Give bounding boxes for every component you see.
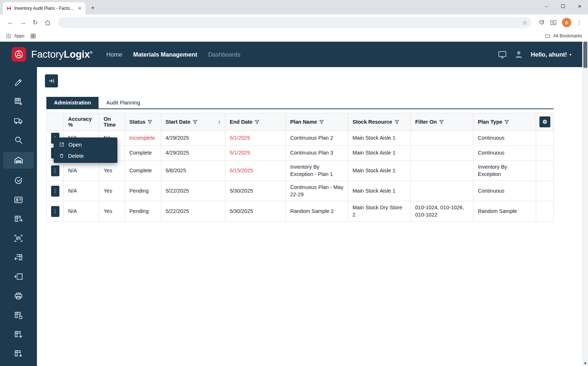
tab-close-icon[interactable]: ✕	[77, 5, 83, 11]
tab-administration[interactable]: Administration	[46, 97, 99, 108]
filter-funnel-icon[interactable]	[319, 120, 324, 124]
all-bookmarks-button[interactable]: All Bookmarks	[545, 33, 582, 39]
sidebar-item-audits[interactable]	[3, 173, 34, 188]
back-icon[interactable]: ←	[5, 17, 16, 28]
tab-search-icon[interactable]	[550, 19, 557, 26]
filter-funnel-icon[interactable]	[504, 120, 509, 124]
sidebar-item-table-export[interactable]	[3, 212, 34, 226]
cell-plan-name: Inventory By Exception - Plan 1	[286, 161, 348, 181]
table-refresh-icon	[14, 311, 23, 320]
folder-icon	[545, 33, 551, 39]
sidebar-item-warehouse[interactable]	[3, 152, 34, 169]
cell-plan-type: Random Sample	[474, 201, 536, 222]
app-nav: Home Materials Management Dashboards	[106, 51, 240, 58]
table-row: ⋮ N/A Yes Pending 5/22/2025 5/30/2025 Co…	[47, 181, 554, 201]
browser-tab[interactable]: Inventory Audit Plans - FactoryL ✕	[3, 2, 86, 15]
filter-funnel-icon[interactable]	[255, 120, 259, 124]
sidebar-item-shipping[interactable]	[3, 114, 34, 128]
col-start-date-label: Start Date	[166, 119, 191, 125]
arrow-to-bar-icon	[48, 78, 55, 84]
context-menu-open[interactable]: Open	[54, 139, 117, 150]
nav-materials-management[interactable]: Materials Management	[133, 51, 197, 58]
sidebar-item-receive[interactable]	[3, 270, 34, 284]
sidebar-item-contacts[interactable]	[3, 193, 34, 207]
row-actions-button[interactable]: ⋮	[51, 165, 59, 176]
sidebar-item-print[interactable]	[3, 289, 34, 303]
brand-logix: Logix	[64, 49, 90, 60]
close-button[interactable]: ✕	[571, 0, 588, 12]
chevron-down-icon: ▾	[570, 53, 571, 57]
collapse-panel-button[interactable]	[45, 74, 58, 87]
table-settings-button[interactable]: ⚙	[539, 116, 550, 127]
col-end-date[interactable]: End Date	[225, 113, 286, 131]
kebab-icon: ⋮	[53, 208, 58, 215]
id-card-icon	[14, 195, 23, 205]
brand-registered-mark: ®	[90, 51, 92, 55]
browser-menu-icon[interactable]: ⋮	[576, 19, 582, 26]
col-accuracy[interactable]: Accuracy %	[64, 113, 99, 131]
maximize-icon	[561, 4, 565, 8]
warehouse-icon	[14, 156, 24, 165]
page-scrollbar[interactable]: ▼	[582, 42, 588, 366]
bookmark-star-icon[interactable]: ☆	[522, 19, 527, 26]
site-favicon	[7, 6, 12, 11]
col-plan-type-label: Plan Type	[478, 119, 502, 125]
home-icon[interactable]	[42, 17, 53, 28]
filter-funnel-icon[interactable]	[395, 120, 399, 124]
trash-icon	[59, 153, 64, 159]
sidebar-item-kitting[interactable]	[3, 94, 34, 109]
profile-avatar[interactable]: A	[562, 18, 571, 27]
maximize-button[interactable]	[555, 0, 571, 12]
sidebar-item-barcode[interactable]	[3, 231, 34, 246]
tab-audit-planning[interactable]: Audit Planning	[99, 97, 148, 108]
filter-funnel-icon[interactable]	[147, 120, 152, 124]
col-stock-resource[interactable]: Stock Resource	[348, 113, 411, 131]
sidebar-item-search-parts[interactable]	[3, 133, 34, 147]
row-actions-button[interactable]: ⋮	[51, 206, 59, 217]
kebab-icon: ⋮	[53, 167, 58, 174]
user-greeting[interactable]: Hello, ahunt! ▾	[531, 51, 571, 58]
grid-remove-icon	[14, 97, 23, 106]
col-plan-name[interactable]: Plan Name	[286, 113, 348, 131]
sort-asc-icon[interactable]: ↑	[218, 119, 221, 125]
col-plan-type[interactable]: Plan Type	[474, 113, 536, 131]
col-start-date[interactable]: Start Date↑	[161, 113, 225, 131]
cell-filter-on	[411, 161, 474, 181]
filter-funnel-icon[interactable]	[193, 120, 197, 124]
grid-bookmark-icon[interactable]	[30, 33, 36, 39]
factorylogix-logo[interactable]	[12, 47, 26, 62]
minimize-button[interactable]: –	[538, 0, 555, 12]
apps-grid-icon[interactable]	[6, 33, 11, 39]
sidebar-item-edit-plans[interactable]	[3, 75, 34, 90]
address-bar[interactable]: ☆	[58, 17, 531, 28]
forward-icon[interactable]: →	[17, 17, 28, 28]
col-filter-on[interactable]: Filter On	[411, 113, 474, 131]
col-on-time[interactable]: On Time	[99, 113, 125, 131]
address-input[interactable]	[63, 20, 522, 25]
main-content: Administration Audit Planning	[37, 67, 582, 366]
nav-home[interactable]: Home	[106, 51, 122, 58]
refresh-icon[interactable]: ↻	[30, 17, 41, 28]
scrollbar-down-arrow[interactable]: ▼	[583, 361, 588, 365]
row-actions-button[interactable]: ⋮	[51, 186, 59, 197]
sidebar-item-table-refresh[interactable]	[3, 308, 34, 322]
pencil-edit-icon	[14, 78, 23, 87]
col-filter-on-label: Filter On	[415, 119, 437, 125]
filter-funnel-icon[interactable]	[439, 120, 444, 124]
extensions-puzzle-icon[interactable]	[538, 19, 545, 26]
sidebar-item-table-add[interactable]	[3, 327, 34, 342]
display-icon[interactable]	[498, 50, 507, 59]
cell-stock-resource: Main Stock Dry Store 2	[348, 201, 411, 222]
sidebar-item-table-import[interactable]	[3, 250, 34, 265]
new-tab-button[interactable]: +	[88, 3, 98, 13]
user-icon[interactable]	[514, 50, 524, 59]
cell-on-time: Yes	[99, 181, 125, 201]
col-status[interactable]: Status	[125, 113, 161, 131]
tab-title: Inventory Audit Plans - FactoryL	[14, 6, 74, 11]
app-header: FactoryLogix® Home Materials Management …	[0, 42, 582, 67]
scrollbar-thumb[interactable]	[583, 42, 587, 68]
nav-dashboards[interactable]: Dashboards	[208, 51, 240, 58]
context-menu-delete[interactable]: Delete	[54, 150, 117, 161]
cell-status: Incomplete	[125, 131, 161, 146]
sidebar-item-table-download[interactable]	[3, 346, 34, 361]
